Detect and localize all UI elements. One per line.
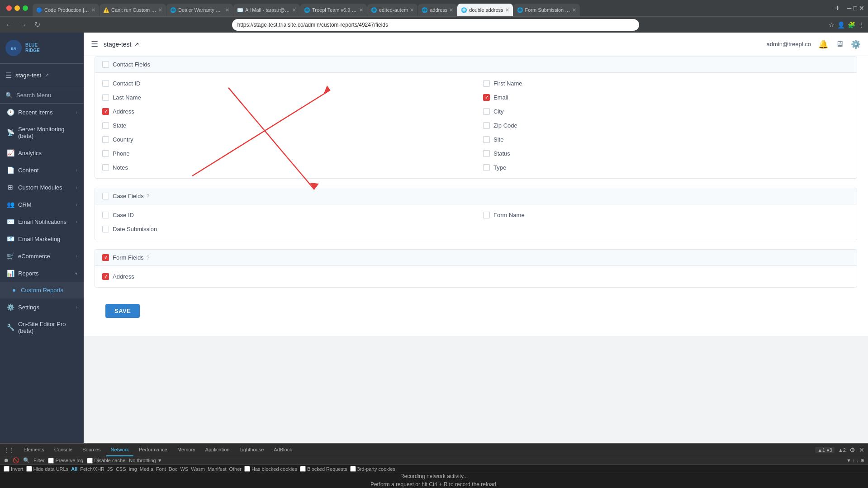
has-blocked-cookies-label[interactable]: Has blocked cookies xyxy=(244,466,297,472)
section-checkbox-form-fields[interactable] xyxy=(102,254,109,261)
field-checkbox-city[interactable] xyxy=(483,108,490,115)
sidebar-item-server-monitoring[interactable]: 📡 Server Monitoring (beta) xyxy=(0,121,84,144)
devtools-tab-lighthouse[interactable]: Lighthouse xyxy=(235,444,268,456)
chrome-minimize[interactable]: ─ xyxy=(847,5,852,12)
field-checkbox-contact-id[interactable] xyxy=(102,80,109,87)
devtools-close-btn[interactable]: ✕ xyxy=(859,446,864,454)
section-checkbox-contact-fields[interactable] xyxy=(102,61,109,68)
menu-toggle-btn[interactable]: ☰ xyxy=(91,39,98,49)
field-checkbox-phone[interactable] xyxy=(102,150,109,157)
field-checkbox-form-address[interactable] xyxy=(102,273,109,280)
section-label-form-fields[interactable]: Form Fields ? xyxy=(113,254,149,261)
window-max-btn[interactable] xyxy=(23,5,28,11)
section-label-case-fields[interactable]: Case Fields ? xyxy=(113,193,149,199)
blocked-requests-cb[interactable] xyxy=(300,466,306,472)
header-external-icon[interactable]: ↗ xyxy=(134,41,139,48)
field-checkbox-status[interactable] xyxy=(483,150,490,157)
browser-tab-tab4[interactable]: ✉️All Mail - taras.r@ez-t...✕ xyxy=(233,4,300,16)
sidebar-item-ecommerce[interactable]: 🛒 eCommerce› xyxy=(0,247,84,265)
hamburger-icon[interactable]: ☰ xyxy=(5,71,12,80)
filter-js[interactable]: JS xyxy=(107,466,113,472)
chrome-close[interactable]: ✕ xyxy=(859,5,864,12)
filter-media[interactable]: Media xyxy=(140,466,153,472)
section-checkbox-case-fields[interactable] xyxy=(102,193,109,199)
field-checkbox-form-name[interactable] xyxy=(483,212,490,218)
settings-icon[interactable]: ⚙️ xyxy=(851,39,861,49)
third-party-cb[interactable] xyxy=(350,466,356,472)
devtools-tab-application[interactable]: Application xyxy=(201,444,234,456)
filter-manifest[interactable]: Manifest xyxy=(208,466,227,472)
profile-icon[interactable]: 👤 xyxy=(837,21,845,28)
reload-btn[interactable]: ↻ xyxy=(33,19,42,30)
blocked-cookies-cb[interactable] xyxy=(244,466,250,472)
third-party-label[interactable]: 3rd-party cookies xyxy=(350,466,395,472)
filter-font[interactable]: Font xyxy=(156,466,166,472)
main-scroll-area[interactable]: Contact FieldsContact IDFirst NameLast N… xyxy=(84,56,868,336)
sidebar-item-analytics[interactable]: 📈 Analytics xyxy=(0,144,84,161)
field-checkbox-email[interactable] xyxy=(483,94,490,101)
browser-tab-tab3[interactable]: 🌐Dealer Warranty Reg...✕ xyxy=(166,4,233,16)
preserve-log-label[interactable]: Preserve log xyxy=(48,458,83,464)
chrome-restore[interactable]: □ xyxy=(854,5,857,12)
sidebar-search-item[interactable]: 🔍 Search Menu xyxy=(0,87,84,104)
sidebar-item-custom-reports[interactable]: Custom Reports xyxy=(0,282,84,298)
browser-tab-tab1[interactable]: 🔵Code Production | Tre...✕ xyxy=(33,4,99,16)
devtools-settings-btn[interactable]: ⚙ xyxy=(849,446,855,454)
bookmarks-icon[interactable]: ☆ xyxy=(829,21,835,28)
browser-tab-tab9[interactable]: 🌐Form Submission Res...✕ xyxy=(513,4,580,16)
hide-data-urls-cb[interactable] xyxy=(26,466,32,472)
extensions-icon[interactable]: 🧩 xyxy=(848,21,855,28)
devtools-tab-memory[interactable]: Memory xyxy=(173,444,200,456)
sidebar-item-settings[interactable]: ⚙️ Settings› xyxy=(0,298,84,316)
filter-doc[interactable]: Doc xyxy=(169,466,178,472)
filter-fetchxhr[interactable]: Fetch/XHR xyxy=(80,466,104,472)
devtools-tab-performance[interactable]: Performance xyxy=(134,444,172,456)
menu-icon[interactable]: ⋮ xyxy=(858,21,864,28)
disable-cache-cb[interactable] xyxy=(87,458,93,464)
disable-cache-label[interactable]: Disable cache xyxy=(87,458,125,464)
window-min-btn[interactable] xyxy=(14,5,20,11)
filter-wasm[interactable]: Wasm xyxy=(191,466,205,472)
sidebar-item-email-notifications[interactable]: ✉️ Email Notifications› xyxy=(0,213,84,230)
browser-tab-tab6[interactable]: 🌐edited-autem✕ xyxy=(367,4,417,16)
field-checkbox-notes[interactable] xyxy=(102,164,109,171)
sidebar-item-crm[interactable]: 👥 CRM› xyxy=(0,196,84,213)
field-checkbox-zip-code[interactable] xyxy=(483,122,490,129)
external-link-icon[interactable]: ↗ xyxy=(45,72,49,78)
section-label-contact-fields[interactable]: Contact Fields xyxy=(113,61,150,68)
save-button[interactable]: SAVE xyxy=(105,304,140,318)
field-checkbox-first-name[interactable] xyxy=(483,80,490,87)
new-tab-btn[interactable]: + xyxy=(833,4,842,13)
throttling-select[interactable]: No throttling ▼ xyxy=(129,458,162,463)
filter-ws[interactable]: WS xyxy=(180,466,188,472)
display-icon[interactable]: 🖥 xyxy=(835,39,844,49)
blocked-requests-label[interactable]: Blocked Requests xyxy=(300,466,347,472)
field-checkbox-date-submission[interactable] xyxy=(102,226,109,232)
field-checkbox-case-id[interactable] xyxy=(102,212,109,218)
sidebar-item-on-site-editor[interactable]: 🔧 On-Site Editor Pro (beta) xyxy=(0,316,84,339)
forward-btn[interactable]: → xyxy=(18,20,29,30)
sidebar-item-custom-modules[interactable]: ⊞ Custom Modules› xyxy=(0,179,84,196)
preserve-log-cb[interactable] xyxy=(48,458,54,464)
field-checkbox-address[interactable] xyxy=(102,108,109,115)
sidebar-item-recent-items[interactable]: 🕐 Recent Items› xyxy=(0,104,84,121)
browser-tab-tab2[interactable]: ⚠️Can't run Custom Rep...✕ xyxy=(100,4,166,16)
field-checkbox-site[interactable] xyxy=(483,136,490,143)
sidebar-item-reports[interactable]: 📊 Reports▾ xyxy=(0,265,84,282)
window-close-btn[interactable] xyxy=(6,5,12,11)
field-checkbox-last-name[interactable] xyxy=(102,94,109,101)
filter-other[interactable]: Other xyxy=(229,466,242,472)
filter-img[interactable]: Img xyxy=(129,466,137,472)
address-bar[interactable]: https://stage-test.trialsite.co/admin/cu… xyxy=(232,19,639,31)
field-checkbox-state[interactable] xyxy=(102,122,109,129)
invert-label[interactable]: Invert xyxy=(4,466,24,472)
devtools-record-btn[interactable]: ⏺ xyxy=(4,457,9,464)
devtools-filter-input[interactable]: Filter xyxy=(33,458,44,463)
devtools-clear-btn[interactable]: 🚫 xyxy=(13,457,19,464)
devtools-tab-elements[interactable]: Elements xyxy=(19,444,49,456)
devtools-tab-console[interactable]: Console xyxy=(50,444,77,456)
browser-tab-tab8[interactable]: 🌐double address✕ xyxy=(457,4,512,16)
back-btn[interactable]: ← xyxy=(4,20,14,30)
invert-cb[interactable] xyxy=(4,466,9,472)
sidebar-item-email-marketing[interactable]: 📧 Email Marketing xyxy=(0,230,84,247)
